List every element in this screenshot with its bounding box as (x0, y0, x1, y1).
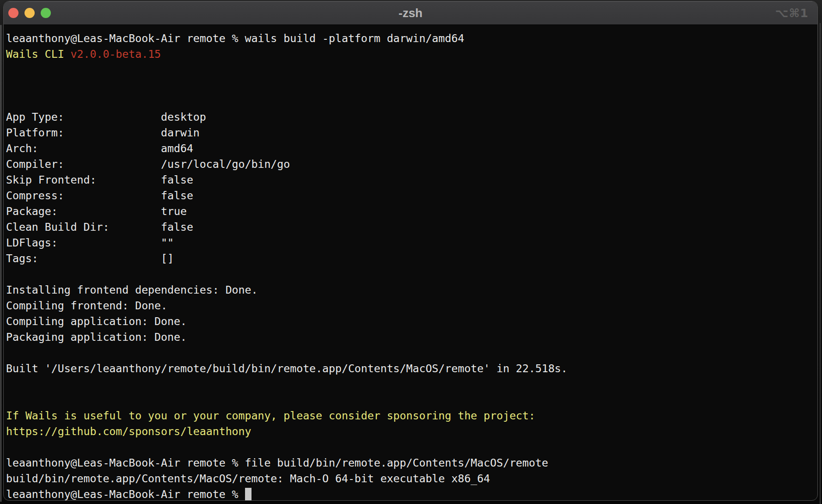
terminal-line: Compiling frontend: Done. (6, 298, 815, 313)
build-info-row: Compiler: /usr/local/go/bin/go (6, 158, 290, 170)
terminal-line: Installing frontend dependencies: Done. (6, 282, 815, 298)
terminal-text: leaanthony@Leas-MacBook-Air remote % wai… (6, 32, 464, 44)
terminal-text: If Wails is useful to you or your compan… (6, 409, 535, 422)
terminal-line: Packaging application: Done. (6, 329, 815, 345)
build-info-row: App Type: desktop (6, 111, 206, 123)
terminal-line (6, 78, 815, 93)
terminal-line (6, 266, 815, 282)
terminal-line: build/bin/remote.app/Contents/MacOS/remo… (6, 471, 815, 486)
terminal-line: Arch: amd64 (6, 141, 815, 156)
terminal-line: Skip Frontend: false (6, 172, 815, 188)
terminal-line: Package: true (6, 203, 815, 219)
terminal-line: leaanthony@Leas-MacBook-Air remote % fil… (6, 455, 815, 471)
terminal-line (6, 345, 815, 361)
build-info-row: Skip Frontend: false (6, 173, 193, 186)
terminal-text: Compiling frontend: Done. (6, 299, 167, 312)
terminal-cursor (245, 488, 252, 501)
background-window-edge-left (0, 25, 1, 502)
terminal-line: Compiling application: Done. (6, 313, 815, 329)
terminal-text: v2.0.0-beta.15 (71, 48, 161, 60)
terminal-line: Built '/Users/leaanthony/remote/build/bi… (6, 361, 815, 376)
terminal-line: https://github.com/sponsors/leaanthony (6, 424, 815, 439)
traffic-lights (8, 1, 51, 25)
background-window-edge-right (820, 23, 821, 504)
terminal-text: build/bin/remote.app/Contents/MacOS/remo… (6, 472, 490, 485)
build-info-row: Tags: [] (6, 252, 174, 264)
terminal-line: Tags: [] (6, 251, 815, 266)
titlebar[interactable]: -zsh ⌥⌘1 (4, 1, 817, 25)
terminal-line: leaanthony@Leas-MacBook-Air remote % wai… (6, 31, 815, 46)
build-info-row: LDFlags: "" (6, 236, 174, 249)
build-info-row: Package: true (6, 205, 187, 217)
terminal-line: Compiler: /usr/local/go/bin/go (6, 156, 815, 172)
terminal-text: Installing frontend dependencies: Done. (6, 283, 258, 296)
terminal-text: Compiling application: Done. (6, 315, 187, 327)
terminal-line (6, 93, 815, 109)
terminal-line (6, 392, 815, 408)
terminal-text: https://github.com/sponsors/leaanthony (6, 425, 251, 437)
build-info-row: Clean Build Dir: false (6, 221, 193, 233)
terminal-text: Built '/Users/leaanthony/remote/build/bi… (6, 362, 568, 375)
terminal-line: Wails CLI v2.0.0-beta.15 (6, 46, 815, 62)
minimize-button[interactable] (25, 8, 35, 18)
terminal-line: App Type: desktop (6, 109, 815, 125)
terminal-text: leaanthony@Leas-MacBook-Air remote % fil… (6, 456, 548, 469)
terminal-line: Clean Build Dir: false (6, 219, 815, 235)
window-title: -zsh (4, 1, 817, 25)
close-button[interactable] (8, 8, 18, 18)
terminal-line: leaanthony@Leas-MacBook-Air remote % (6, 486, 815, 501)
build-info-row: Platform: darwin (6, 126, 200, 139)
terminal-screen[interactable]: leaanthony@Leas-MacBook-Air remote % wai… (4, 25, 817, 501)
terminal-window: -zsh ⌥⌘1 leaanthony@Leas-MacBook-Air rem… (3, 1, 818, 501)
terminal-line: LDFlags: "" (6, 235, 815, 251)
terminal-text: Wails CLI (6, 48, 71, 60)
tab-shortcut-badge: ⌥⌘1 (775, 1, 809, 25)
build-info-row: Compress: false (6, 189, 193, 202)
terminal-text: leaanthony@Leas-MacBook-Air remote % (6, 488, 245, 500)
terminal-line (6, 439, 815, 455)
terminal-line: If Wails is useful to you or your compan… (6, 408, 815, 424)
zoom-button[interactable] (41, 8, 51, 18)
terminal-line (6, 62, 815, 78)
terminal-line: Compress: false (6, 188, 815, 203)
build-info-row: Arch: amd64 (6, 142, 193, 154)
terminal-text: Packaging application: Done. (6, 331, 187, 343)
terminal-line: Platform: darwin (6, 125, 815, 141)
terminal-line (6, 376, 815, 392)
